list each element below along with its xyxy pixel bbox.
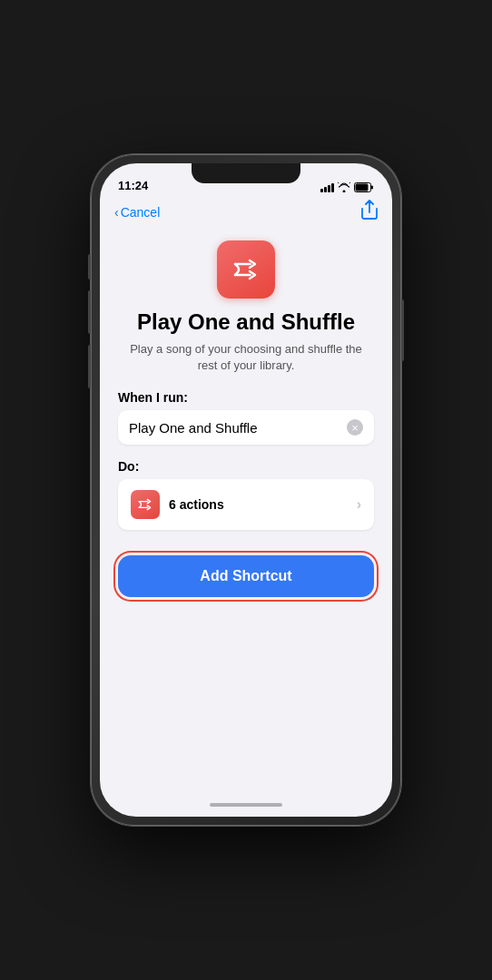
status-icons — [320, 182, 374, 192]
shortcut-app-icon — [217, 240, 275, 299]
notch — [192, 163, 300, 183]
cancel-button[interactable]: ‹ Cancel — [114, 205, 160, 220]
signal-icon — [320, 183, 334, 192]
add-shortcut-button[interactable]: Add Shortcut — [118, 555, 374, 597]
back-chevron-icon: ‹ — [114, 205, 119, 220]
action-icon — [131, 490, 160, 519]
battery-icon — [354, 182, 374, 192]
input-value: Play One and Shuffle — [129, 420, 258, 436]
power-button — [401, 299, 404, 361]
shuffle-icon — [231, 255, 261, 284]
main-content: Play One and Shuffle Play a song of your… — [100, 231, 392, 799]
shuffle-small-icon — [137, 496, 153, 513]
when-run-label: When I run: — [118, 390, 374, 405]
shortcut-description: Play a song of your choosing and shuffle… — [118, 341, 374, 374]
when-run-section: When I run: Play One and Shuffle — [118, 390, 374, 459]
wifi-icon — [338, 182, 350, 192]
share-button[interactable] — [361, 200, 378, 224]
svg-rect-2 — [356, 184, 369, 191]
home-indicator-bar — [210, 803, 282, 807]
nav-bar: ‹ Cancel — [100, 196, 392, 231]
cancel-label: Cancel — [121, 205, 161, 220]
share-icon — [361, 200, 378, 220]
shortcut-title: Play One and Shuffle — [137, 309, 355, 336]
phone-frame: 11:24 — [91, 154, 401, 826]
do-section: Do: 6 actions › — [118, 459, 374, 552]
status-time: 11:24 — [118, 179, 148, 192]
actions-count-label: 6 actions — [169, 497, 224, 512]
shortcut-name-input[interactable]: Play One and Shuffle — [118, 410, 374, 445]
phone-screen: 11:24 — [100, 163, 392, 817]
chevron-right-icon: › — [357, 496, 361, 513]
volume-down-button — [88, 345, 91, 388]
do-label: Do: — [118, 459, 374, 474]
clear-input-button[interactable] — [347, 419, 363, 436]
svg-rect-1 — [371, 186, 373, 190]
home-indicator — [100, 799, 392, 817]
actions-card[interactable]: 6 actions › — [118, 479, 374, 530]
volume-up-button — [88, 290, 91, 334]
volume-silent-button — [88, 254, 91, 279]
actions-info: 6 actions — [131, 490, 224, 519]
